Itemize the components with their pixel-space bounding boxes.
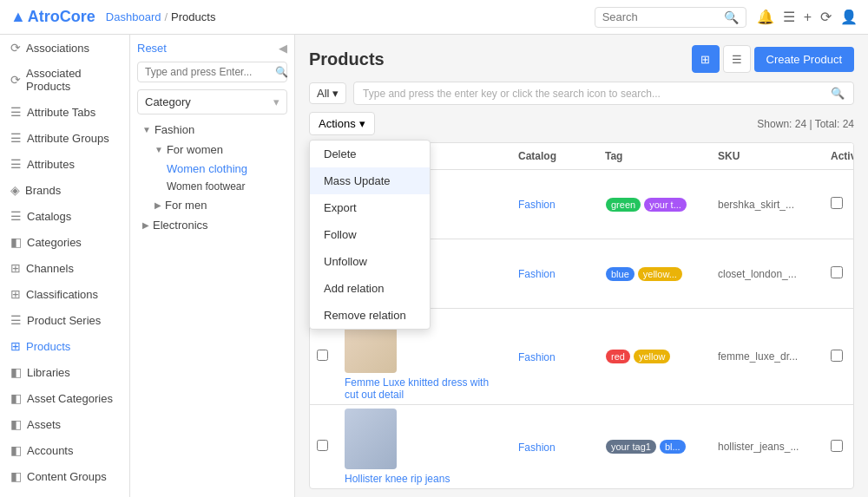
product-name-link[interactable]: Hollister knee rip jeans — [345, 473, 504, 485]
create-product-button[interactable]: Create Product — [754, 47, 854, 72]
tag-badge: your t... — [644, 198, 687, 212]
dropdown-item-delete[interactable]: Delete — [310, 141, 430, 167]
attribute-groups-icon: ☰ — [10, 131, 22, 145]
tree-item-women-footwear[interactable]: Women footwear — [161, 178, 287, 195]
bell-icon[interactable]: 🔔 — [757, 9, 774, 25]
checkbox-row3[interactable] — [317, 350, 328, 361]
sidebar-label: Classifications — [26, 288, 119, 301]
checkbox-row4[interactable] — [317, 440, 328, 451]
sidebar-label: Categories — [27, 236, 119, 249]
dropdown-item-remove-relation[interactable]: Remove relation — [310, 302, 430, 329]
row-sku: hollister_jeans_... — [711, 441, 824, 453]
sidebar-item-classifications[interactable]: ⊞ Classifications — [0, 281, 129, 307]
filter-category-select[interactable]: Category ▾ — [137, 89, 287, 114]
row-catalog: Fashion — [511, 267, 598, 280]
tree-label: Electronics — [153, 219, 208, 232]
page-title: Products — [309, 49, 385, 69]
sidebar-item-accounts[interactable]: ◧ Accounts — [0, 437, 129, 463]
sidebar-item-attributes[interactable]: ☰ Attributes — [0, 151, 129, 177]
dropdown-item-unfollow[interactable]: Unfollow — [310, 248, 430, 275]
sidebar-item-associations[interactable]: ⟳ Associations — [0, 35, 129, 61]
sidebar-item-attribute-tabs[interactable]: ☰ Attribute Tabs — [0, 99, 129, 125]
sidebar-item-product-series[interactable]: ☰ Product Series — [0, 307, 129, 333]
catalog-link[interactable]: Fashion — [518, 199, 556, 211]
search-icon[interactable]: 🔍 — [724, 10, 739, 24]
dropdown-item-mass-update[interactable]: Mass Update — [310, 167, 430, 194]
history-icon[interactable]: ⟳ — [820, 9, 832, 25]
row-tags: blue yellow... — [598, 266, 711, 282]
dropdown-item-export[interactable]: Export — [310, 194, 430, 221]
attributes-icon: ☰ — [10, 157, 22, 171]
reset-button[interactable]: Reset — [137, 42, 167, 55]
sidebar-item-brands[interactable]: ◈ Brands — [0, 177, 129, 203]
active-checkbox-row3[interactable] — [831, 350, 843, 362]
sidebar-item-channels[interactable]: ⊞ Channels — [0, 255, 129, 281]
grid-view-button[interactable]: ⊞ — [692, 45, 720, 73]
row-active — [824, 266, 854, 281]
nav-icons: 🔔 ☰ + ⟳ 👤 — [757, 9, 858, 25]
tree-label: Fashion — [155, 123, 194, 136]
row-catalog: Fashion — [511, 441, 598, 454]
sidebar-label: Libraries — [27, 366, 119, 379]
filters-row: All ▾ Type and press the enter key or cl… — [309, 82, 854, 105]
catalog-link[interactable]: Fashion — [518, 441, 556, 454]
active-checkbox-row4[interactable] — [831, 440, 843, 452]
all-filter-button[interactable]: All ▾ — [309, 82, 346, 104]
active-checkbox-row1[interactable] — [831, 197, 843, 209]
sidebar-item-associated-products[interactable]: ⟳ Associated Products — [0, 61, 129, 99]
product-series-icon: ☰ — [10, 313, 22, 327]
user-icon[interactable]: 👤 — [840, 9, 858, 25]
plus-icon[interactable]: + — [804, 10, 812, 25]
tree-item-for-men[interactable]: ▶ For men — [149, 195, 287, 215]
catalog-link[interactable]: Fashion — [518, 268, 556, 280]
row-catalog: Fashion — [511, 198, 598, 211]
dropdown-item-follow[interactable]: Follow — [310, 221, 430, 248]
brands-icon: ◈ — [10, 183, 20, 197]
search-input[interactable] — [602, 10, 724, 23]
row-checkbox[interactable] — [310, 440, 338, 454]
product-image — [345, 409, 397, 469]
search-bar[interactable]: Type and press the enter key or click th… — [353, 82, 854, 105]
list-icon[interactable]: ☰ — [783, 9, 795, 25]
sidebar-item-products[interactable]: ⊞ Products — [0, 333, 129, 359]
tag-badge: blue — [606, 267, 635, 281]
logo[interactable]: ▲ AtroCore — [10, 8, 95, 26]
filter-collapse-icon[interactable]: ◀ — [279, 42, 287, 55]
catalog-link[interactable]: Fashion — [518, 351, 556, 363]
search-bar-icon[interactable]: 🔍 — [831, 87, 845, 100]
sidebar-label: Product Series — [27, 314, 119, 327]
tag-badge: red — [606, 350, 630, 363]
actions-label: Actions — [319, 117, 356, 130]
tree-item-fashion[interactable]: ▼ Fashion — [137, 120, 287, 140]
breadcrumb-home[interactable]: Dashboard — [106, 10, 161, 23]
sidebar-label: Attribute Tabs — [27, 106, 119, 119]
tree-item-electronics[interactable]: ▶ Electronics — [137, 215, 287, 235]
tree-arrow-icon: ▶ — [155, 200, 161, 210]
tree-item-women-clothing[interactable]: Women clothing — [161, 160, 287, 178]
product-name-link[interactable]: Femme Luxe knitted dress with cut out de… — [345, 376, 504, 401]
sidebar-item-assets[interactable]: ◧ Assets — [0, 411, 129, 437]
filter-search-icon[interactable]: 🔍 — [275, 66, 288, 78]
breadcrumb-current: Products — [171, 10, 215, 23]
sidebar-item-contents[interactable]: ◧ Contents — [0, 489, 129, 497]
dropdown-item-add-relation[interactable]: Add relation — [310, 275, 430, 302]
actions-chevron-icon: ▾ — [359, 117, 365, 130]
tag-badge: your tag1 — [606, 440, 656, 454]
active-checkbox-row2[interactable] — [831, 266, 843, 278]
tree-group-for-men: ▶ For men — [137, 195, 287, 215]
list-view-button[interactable]: ☰ — [723, 45, 751, 73]
category-label: Category — [145, 95, 191, 108]
filter-search-input[interactable] — [145, 66, 275, 78]
col-active: Active — [824, 150, 854, 162]
sidebar-item-libraries[interactable]: ◧ Libraries — [0, 359, 129, 385]
sidebar-item-content-groups[interactable]: ◧ Content Groups — [0, 463, 129, 489]
sidebar-item-catalogs[interactable]: ☰ Catalogs — [0, 203, 129, 229]
breadcrumb-separator: / — [164, 10, 168, 23]
tag-badge: green — [606, 198, 641, 212]
sidebar-item-attribute-groups[interactable]: ☰ Attribute Groups — [0, 125, 129, 151]
sidebar-item-asset-categories[interactable]: ◧ Asset Categories — [0, 385, 129, 411]
tree-item-for-women[interactable]: ▼ For women — [149, 140, 287, 160]
row-checkbox[interactable] — [310, 350, 338, 363]
actions-button[interactable]: Actions ▾ — [309, 112, 375, 135]
sidebar-item-categories[interactable]: ◧ Categories — [0, 229, 129, 255]
